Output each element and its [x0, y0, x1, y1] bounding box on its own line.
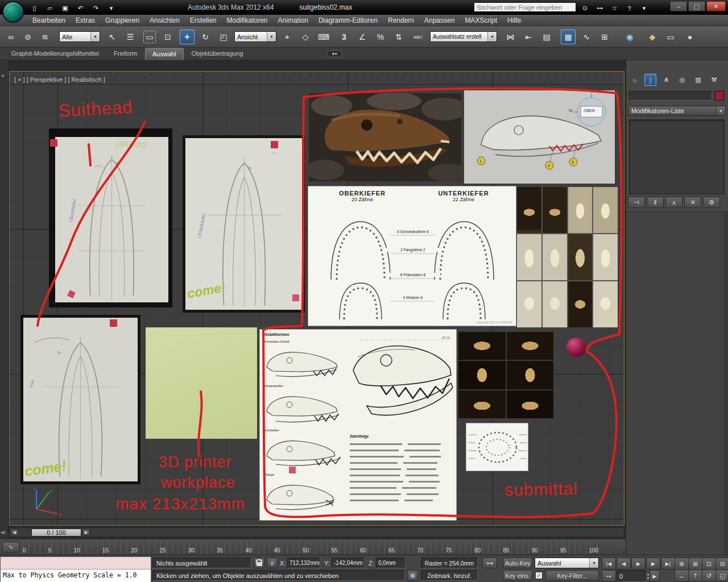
- absolute-offset-toggle-icon[interactable]: #: [267, 558, 278, 568]
- select-and-rotate-icon[interactable]: ↻: [198, 30, 213, 44]
- menu-item[interactable]: Hilfe: [502, 15, 526, 26]
- time-tag-icon[interactable]: ▣: [407, 570, 418, 581]
- select-and-move-icon[interactable]: +: [180, 30, 195, 44]
- favorites-icon[interactable]: ☆: [609, 2, 621, 14]
- menu-item[interactable]: Anpassen: [419, 15, 460, 26]
- play-selected-icon[interactable]: ▶: [650, 570, 660, 582]
- save-file-icon[interactable]: ▣: [59, 2, 71, 14]
- utilities-tab-icon[interactable]: ⚒: [708, 74, 720, 86]
- menu-item[interactable]: Bearbeiten: [27, 15, 71, 26]
- sphere-object[interactable]: [566, 338, 586, 357]
- help-icon[interactable]: ?: [623, 2, 635, 14]
- menu-item[interactable]: Rendern: [383, 15, 419, 26]
- keyshortcut-icon[interactable]: ⊶: [594, 2, 606, 14]
- select-object-icon[interactable]: ↖: [105, 30, 119, 44]
- keyboard-override-icon[interactable]: ⌨: [316, 30, 331, 44]
- time-slider-next-icon[interactable]: ▶: [82, 529, 90, 536]
- auto-key-button[interactable]: Auto-Key: [503, 558, 532, 568]
- orbit-icon[interactable]: ↺: [702, 569, 716, 582]
- ribbon-tab-auswahl[interactable]: Auswahl: [145, 48, 184, 60]
- show-end-result-icon[interactable]: ‖: [647, 197, 664, 208]
- menu-item[interactable]: Extras: [71, 15, 100, 26]
- small-dentition-chart[interactable]: [466, 423, 528, 471]
- add-time-tag[interactable]: Zeitmark. hinzuf.: [421, 570, 478, 581]
- y-coord-field[interactable]: -142,04mm: [332, 558, 365, 568]
- dropdown-arrow-icon[interactable]: ▾: [267, 32, 276, 41]
- dark-skull-photo-grid[interactable]: [458, 332, 553, 418]
- current-frame-field[interactable]: 0: [617, 570, 647, 582]
- spinner-snap-icon[interactable]: ⇅: [391, 30, 406, 44]
- maxscript-mini-listener[interactable]: Max to Physcs Geometry Scale = 1.0: [0, 556, 151, 581]
- search-icon[interactable]: ⊙: [579, 2, 591, 14]
- snap-toggle-3d-icon[interactable]: 3: [337, 30, 351, 44]
- modify-tab-icon[interactable]: ∫: [644, 74, 656, 86]
- lock-selection-icon[interactable]: [254, 558, 264, 568]
- selection-set-status-dropdown[interactable]: Auswahl▾: [535, 558, 599, 568]
- modifier-stack[interactable]: [629, 119, 725, 194]
- zoom-region-icon[interactable]: ⊟: [715, 558, 728, 570]
- set-key-icon[interactable]: ⊶: [482, 558, 497, 568]
- maximize-viewport-icon[interactable]: ◱: [715, 569, 728, 582]
- remove-modifier-icon[interactable]: ✕: [684, 197, 701, 208]
- go-to-end-icon[interactable]: ▶|: [661, 558, 675, 569]
- window-minimize-button[interactable]: –: [670, 1, 687, 11]
- motion-tab-icon[interactable]: ◎: [676, 74, 688, 86]
- zoom-all-icon[interactable]: ⊞: [688, 558, 702, 570]
- key-eins-button[interactable]: Key eins.: [503, 570, 532, 581]
- time-slider-track[interactable]: ◀ 0 / 100 ▶: [9, 527, 624, 537]
- next-frame-icon[interactable]: ▶: [646, 558, 660, 569]
- menu-item[interactable]: Ansichten: [144, 15, 185, 26]
- skull-anatomy-diagram[interactable]: 4 5 1 OBEN N W: [464, 90, 615, 184]
- curve-editor-icon[interactable]: ∿: [579, 30, 594, 44]
- ribbon-tab-freiform[interactable]: Freiform: [107, 48, 144, 60]
- window-close-button[interactable]: ✕: [706, 1, 726, 11]
- render-production-icon[interactable]: ●: [682, 30, 697, 44]
- dropdown-arrow-icon[interactable]: ▾: [716, 106, 725, 115]
- edit-named-selections-icon[interactable]: ABC: [411, 30, 425, 44]
- hierarchy-tab-icon[interactable]: ⋔: [660, 74, 672, 86]
- create-tab-icon[interactable]: ☼: [628, 74, 640, 86]
- time-slider-handle[interactable]: 0 / 100: [31, 529, 81, 537]
- key-mode-toggle-icon[interactable]: ⊶: [602, 570, 616, 582]
- search-input[interactable]: [474, 2, 576, 12]
- window-crossing-icon[interactable]: ⊡: [160, 30, 175, 44]
- material-editor-icon[interactable]: ◉: [622, 30, 637, 44]
- pin-stack-icon[interactable]: ⊣: [628, 197, 645, 208]
- bind-to-spacewarp-icon[interactable]: ≋: [38, 30, 52, 44]
- unlink-selection-icon[interactable]: ⊘: [20, 30, 35, 44]
- align-icon[interactable]: ⇤: [521, 30, 536, 44]
- ribbon-tab-graphite[interactable]: Graphit-Modellierungshilfsmittel: [5, 48, 106, 60]
- window-maximize-button[interactable]: ▢: [688, 1, 705, 11]
- application-menu-button[interactable]: [2, 1, 24, 23]
- modifier-list-dropdown[interactable]: Modifikatoren-Liste ▾: [628, 106, 726, 116]
- reference-coordinate-dropdown[interactable]: Ansicht▾: [234, 31, 276, 42]
- perspective-viewport[interactable]: [ + ] [ Perspektive ] [ Realistisch ] Ob…: [9, 71, 624, 526]
- macro-recorder-pane[interactable]: [1, 557, 151, 569]
- select-and-scale-icon[interactable]: ◰: [216, 30, 231, 44]
- select-and-link-icon[interactable]: ∞: [3, 30, 18, 44]
- selection-filter-dropdown[interactable]: Alle▾: [59, 31, 100, 42]
- object-name-field[interactable]: [629, 91, 712, 101]
- wolf-skull-photo[interactable]: [309, 93, 461, 181]
- walk-through-icon[interactable]: ⇡: [688, 569, 702, 582]
- menu-item[interactable]: Modifikatoren: [222, 15, 273, 26]
- zoom-extents-icon[interactable]: ⊡: [702, 558, 716, 570]
- sketch-plane-1[interactable]: Oberkiefer t=: [49, 128, 172, 307]
- dropdown-arrow-icon[interactable]: ▾: [589, 558, 598, 568]
- ribbon-tab-objektuebertragung[interactable]: Objektübertragung: [185, 48, 250, 60]
- play-animation-icon[interactable]: ▶: [631, 558, 646, 569]
- menu-item[interactable]: Animation: [273, 15, 313, 26]
- menu-item[interactable]: Diagramm-Editoren: [313, 15, 383, 26]
- pan-icon[interactable]: ↔: [675, 569, 689, 582]
- x-coord-field[interactable]: 712,132mm: [287, 558, 320, 568]
- angle-snap-icon[interactable]: ∠: [355, 30, 370, 44]
- track-bar[interactable]: ∿ 05101520253035404550556065707580859095…: [0, 539, 626, 555]
- mini-curve-editor-icon[interactable]: ∿: [2, 542, 19, 552]
- make-unique-icon[interactable]: ⋏: [665, 197, 682, 208]
- strip-scroll-icon[interactable]: ≪: [1, 530, 6, 535]
- percent-snap-icon[interactable]: %: [373, 30, 388, 44]
- configure-modifier-sets-icon[interactable]: ⚙: [703, 197, 720, 208]
- listener-pane[interactable]: Max to Physcs Geometry Scale = 1.0: [1, 569, 151, 582]
- previous-frame-icon[interactable]: ◀: [617, 558, 631, 569]
- frame-spinner-down-icon[interactable]: ▾: [647, 576, 649, 580]
